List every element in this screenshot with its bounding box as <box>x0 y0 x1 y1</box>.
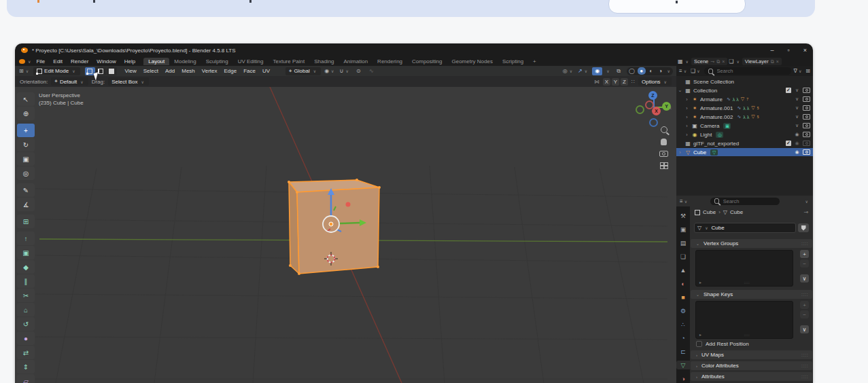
viewport-tool-button[interactable]: ↺ <box>17 317 35 331</box>
show-visibility-button[interactable]: ◎∨ <box>562 67 574 75</box>
render-camera-icon[interactable] <box>803 132 810 137</box>
orthographic-grid-icon[interactable] <box>660 162 668 169</box>
outliner-row[interactable]: ⌄ ▦ Collection ✓ ∨ <box>676 86 813 94</box>
filter-funnel-icon[interactable]: ∇∨ <box>794 68 803 74</box>
editor-type-icon[interactable]: ≡∨ <box>680 198 689 204</box>
unlink-icon[interactable]: × <box>722 59 725 64</box>
vertex-groups-list[interactable]: ► ∷∷ <box>695 250 793 287</box>
copy-icon[interactable]: ⧉ <box>716 59 720 65</box>
axis-negz-ring[interactable] <box>649 118 658 127</box>
scene-selector[interactable]: Scene ⊸ ⧉ × <box>691 58 727 65</box>
render-camera-icon[interactable] <box>803 96 810 102</box>
menu-item[interactable]: File <box>32 58 49 65</box>
render-camera-icon[interactable] <box>803 149 810 155</box>
hide-eye-icon[interactable]: ∨ <box>794 88 800 93</box>
properties-tab[interactable]: ⚙ <box>676 306 690 315</box>
banner-button[interactable] <box>608 0 746 14</box>
properties-tab[interactable]: ⚒ <box>676 211 690 220</box>
collapsed-panel-header[interactable]: › UV Maps ∷∷ <box>691 350 812 359</box>
outliner-item-label[interactable]: Collection <box>693 88 717 94</box>
properties-tab[interactable]: ■ <box>676 293 690 302</box>
viewport-tool-button[interactable]: ● <box>17 331 35 345</box>
outliner-row[interactable]: ▦ glTF_not_exported ✓ ◉ <box>676 139 813 147</box>
workspace-tab[interactable]: Animation <box>339 58 373 65</box>
maximize-button[interactable]: ▫ <box>788 47 790 54</box>
add-vertex-group-button[interactable]: + <box>800 250 809 258</box>
camera-view-icon[interactable] <box>659 151 668 157</box>
snap-magnet-button[interactable]: ∪∨ <box>339 67 351 75</box>
properties-tab[interactable]: ▲ <box>676 266 690 274</box>
zoom-icon[interactable] <box>661 126 667 133</box>
shape-keys-list[interactable]: ► ∷∷ <box>695 301 793 339</box>
transform-orientation-selector[interactable]: ⌖ Global ∨ <box>285 67 321 75</box>
show-overlays-button[interactable]: ◉ <box>592 67 602 75</box>
minimize-button[interactable]: – <box>771 47 774 54</box>
viewport-tool-button[interactable]: ◆ <box>17 260 35 274</box>
outliner-search-input[interactable] <box>716 67 788 75</box>
expander-icon[interactable]: › <box>684 97 689 102</box>
unlink-icon[interactable]: × <box>776 59 779 64</box>
collapsed-panel-header[interactable]: › Color Attributes ∷∷ <box>691 361 812 370</box>
hide-eye-icon[interactable]: ∨ <box>794 96 800 102</box>
outliner-item-label[interactable]: Scene Collection <box>693 79 734 85</box>
workspace-tab[interactable]: UV Editing <box>233 58 268 65</box>
wireframe-shading-button[interactable]: ◯ <box>628 67 636 75</box>
properties-search-input[interactable] <box>722 198 776 205</box>
axis-negy-ring[interactable] <box>636 105 644 114</box>
axis-negx-ring[interactable] <box>645 101 654 109</box>
viewport-menu-item[interactable]: Mesh <box>178 68 198 74</box>
outliner-row[interactable]: ▦ Scene Collection <box>676 77 813 86</box>
render-camera-icon[interactable] <box>803 114 810 120</box>
show-gizmo-button[interactable]: ↗∨ <box>577 67 589 75</box>
menu-item[interactable]: Render <box>67 58 92 65</box>
copy-icon[interactable]: ⧉ <box>771 59 774 65</box>
include-checkbox[interactable]: ✓ <box>786 88 791 93</box>
workspace-tab[interactable]: Sculpting <box>201 58 233 65</box>
hide-eye-icon[interactable]: ◉ <box>794 149 800 155</box>
outliner-row[interactable]: › ▣ Camera ▣ ∨ <box>676 122 813 130</box>
render-camera-icon[interactable] <box>803 105 810 111</box>
viewport-tool-button[interactable]: ▱ <box>17 374 35 383</box>
remove-vertex-group-button[interactable]: − <box>800 259 809 268</box>
outliner-item-label[interactable]: glTF_not_exported <box>693 141 739 147</box>
outliner-row[interactable]: › ▽ Cube ▽ ◉ <box>676 148 813 156</box>
viewport-menu-item[interactable]: Add <box>162 68 178 74</box>
mirror-axis-button[interactable]: Z <box>621 78 628 86</box>
viewport-tool-button[interactable]: ✂ <box>17 289 35 302</box>
expander-icon[interactable]: › <box>684 124 689 128</box>
breadcrumb-object[interactable]: Cube <box>703 209 716 215</box>
drag-tool-dropdown[interactable]: Select Box ∨ <box>108 77 149 86</box>
outliner-row[interactable]: › ◉ Light ◎ ◉ <box>676 130 813 139</box>
viewport-menu-item[interactable]: Vertex <box>198 68 221 74</box>
app-menu-icon[interactable] <box>19 59 25 64</box>
axis-z-ball[interactable]: Z <box>648 91 657 100</box>
viewport-tool-button[interactable]: ✎ <box>17 183 35 197</box>
falloff-curve-button[interactable]: ∿ <box>366 67 377 75</box>
properties-tab[interactable]: ❏ <box>676 252 690 261</box>
rendered-shading-button[interactable]: ◑ <box>657 67 665 75</box>
vertex-groups-panel-header[interactable]: ⌄ Vertex Groups ∷∷ <box>691 239 812 248</box>
viewport-menu-item[interactable]: Edge <box>220 68 240 74</box>
expander-icon[interactable]: › <box>678 150 682 155</box>
pivot-point-button[interactable]: ◉∨ <box>324 67 336 75</box>
properties-tab[interactable]: ⊏ <box>676 347 690 356</box>
shape-keys-panel-header[interactable]: ⌄ Shape Keys ∷∷ <box>691 290 812 299</box>
menu-item[interactable]: Edit <box>49 58 67 65</box>
viewport-tool-button[interactable]: ↻ <box>17 138 35 151</box>
breadcrumb-data[interactable]: Cube <box>730 209 743 215</box>
sidebar-collapse-arrow[interactable]: ‹ <box>670 105 672 111</box>
pan-hand-icon[interactable] <box>661 139 667 145</box>
viewport-menu-item[interactable]: UV <box>259 68 273 74</box>
display-mode-icon[interactable]: ≡∨ <box>679 68 688 74</box>
outliner-item-label[interactable]: Armature.001 <box>700 105 733 111</box>
expander-icon[interactable]: › <box>684 106 689 111</box>
filter-image-icon[interactable]: ❏∨ <box>691 68 701 74</box>
mode-selector[interactable]: Edit Mode ∨ <box>33 67 80 75</box>
viewport-tool-button[interactable]: ⌂ <box>17 303 35 316</box>
material-shading-button[interactable]: ◐ <box>647 67 655 75</box>
workspace-tab[interactable]: Geometry Nodes <box>447 58 498 65</box>
hide-eye-icon[interactable]: ∨ <box>794 114 800 120</box>
workspace-tab[interactable]: Shading <box>309 58 338 65</box>
datablock-name-field[interactable]: ▽ ∨ Cube <box>694 223 796 233</box>
viewport-tool-button[interactable]: ◎ <box>17 166 35 180</box>
